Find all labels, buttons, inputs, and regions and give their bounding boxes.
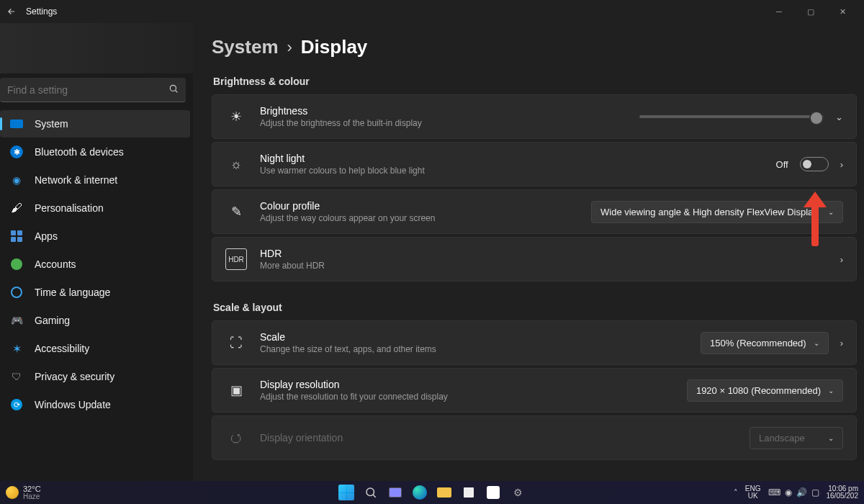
back-button[interactable]: [6, 6, 17, 17]
titlebar: Settings ─ ▢ ✕: [0, 0, 864, 23]
taskbar-search-icon[interactable]: [361, 483, 380, 502]
svg-point-0: [170, 85, 176, 91]
nightlight-state: Off: [776, 159, 788, 170]
orientation-value: Landscape: [759, 433, 805, 444]
resolution-value: 1920 × 1080 (Recommended): [696, 385, 821, 396]
keyboard-icon[interactable]: ⌨: [768, 487, 780, 498]
nav-gaming[interactable]: 🎮 Gaming: [0, 307, 190, 334]
nav-accessibility[interactable]: ✶ Accessibility: [0, 335, 190, 362]
nightlight-toggle[interactable]: [800, 157, 829, 171]
nav-label: Accessibility: [35, 343, 89, 354]
colourprofile-card[interactable]: ✎ Colour profile Adjust the way colours …: [212, 189, 857, 234]
start-button[interactable]: [337, 483, 356, 502]
nightlight-sub: Use warmer colours to help block blue li…: [260, 166, 425, 176]
brightness-title: Brightness: [260, 105, 422, 117]
scale-card[interactable]: ⛶ Scale Change the size of text, apps, a…: [212, 320, 857, 365]
main-content: System › Display Brightness & colour ☀ B…: [193, 23, 864, 481]
edge-icon[interactable]: [410, 483, 429, 502]
hdr-title: HDR: [260, 248, 325, 259]
nightlight-card[interactable]: ☼ Night light Use warmer colours to help…: [212, 142, 857, 186]
nav-label: System: [35, 118, 68, 130]
chevron-down-icon: ⌄: [828, 434, 834, 442]
nav-label: Bluetooth & devices: [35, 146, 124, 158]
scale-dropdown[interactable]: 150% (Recommended) ⌄: [701, 332, 829, 354]
brush-icon: 🖌: [9, 200, 24, 216]
maximize-button[interactable]: ▢: [795, 0, 827, 23]
person-icon: [9, 256, 24, 272]
chevron-down-icon: ⌄: [828, 387, 834, 395]
tray-chevron-icon[interactable]: ˄: [734, 488, 738, 498]
nav-personalisation[interactable]: 🖌 Personalisation: [0, 194, 190, 222]
resolution-title: Display resolution: [260, 379, 448, 390]
gamepad-icon: 🎮: [9, 312, 24, 328]
search-input[interactable]: [0, 84, 161, 96]
chevron-right-icon[interactable]: ›: [840, 159, 843, 170]
nav-privacy[interactable]: 🛡 Privacy & security: [0, 363, 190, 390]
resolution-sub: Adjust the resolution to fit your connec…: [260, 392, 448, 402]
section-scale-layout: Scale & layout: [213, 302, 857, 313]
colourprofile-title: Colour profile: [260, 200, 435, 212]
search-box[interactable]: [0, 78, 186, 102]
brightness-sub: Adjust the brightness of the built-in di…: [260, 118, 422, 128]
chevron-right-icon[interactable]: ›: [840, 338, 843, 348]
nav-label: Network & internet: [35, 174, 117, 186]
account-block[interactable]: [0, 23, 193, 73]
scale-value: 150% (Recommended): [710, 338, 806, 348]
clock[interactable]: 10:06 pm 16/05/202: [827, 485, 859, 500]
orientation-icon: ⭯: [225, 427, 247, 449]
colourprofile-value: Wide viewing angle & High density FlexVi…: [600, 207, 818, 217]
apps-icon: [9, 228, 24, 244]
nav-apps[interactable]: Apps: [0, 222, 190, 250]
taskbar[interactable]: 32°C Haze ⚙ ˄ ENG UK ⌨ ◉ 🔊 ▢ 10:06 pm 16…: [0, 481, 864, 504]
nav-accounts[interactable]: Accounts: [0, 251, 190, 278]
nav-label: Apps: [35, 230, 58, 242]
chevron-down-icon: ⌄: [828, 208, 834, 216]
language-indicator[interactable]: ENG UK: [745, 485, 761, 500]
clock-icon: [9, 284, 24, 300]
chevron-right-icon: ›: [287, 38, 292, 57]
nav-windows-update[interactable]: ⟳ Windows Update: [0, 391, 190, 418]
close-button[interactable]: ✕: [827, 0, 858, 23]
sun-icon: ☀: [225, 106, 247, 127]
brightness-slider[interactable]: [639, 115, 824, 118]
search-icon[interactable]: [161, 84, 186, 96]
orientation-dropdown[interactable]: Landscape ⌄: [750, 427, 843, 449]
chevron-down-icon[interactable]: ⌄: [835, 112, 843, 122]
hdr-icon: HDR: [225, 248, 247, 270]
nav-label: Time & language: [35, 287, 110, 298]
weather-temp: 32°C: [23, 485, 41, 493]
resolution-card[interactable]: ▣ Display resolution Adjust the resoluti…: [212, 368, 857, 413]
nav-label: Gaming: [35, 315, 70, 326]
taskbar-weather[interactable]: 32°C Haze: [6, 485, 41, 500]
wifi-tray-icon[interactable]: ◉: [785, 487, 792, 498]
nav-system[interactable]: System: [0, 110, 190, 138]
nav-time-language[interactable]: Time & language: [0, 279, 190, 306]
calendar-icon[interactable]: [484, 483, 503, 502]
orientation-card[interactable]: ⭯ Display orientation Landscape ⌄: [212, 415, 857, 460]
store-icon[interactable]: [459, 483, 478, 502]
task-view-icon[interactable]: [386, 483, 405, 502]
battery-icon[interactable]: ▢: [811, 487, 819, 498]
resolution-dropdown[interactable]: 1920 × 1080 (Recommended) ⌄: [687, 379, 843, 402]
pen-icon: ✎: [225, 201, 247, 222]
settings-icon[interactable]: ⚙: [508, 483, 527, 502]
nav-list: System ✱ Bluetooth & devices ◉ Network &…: [0, 109, 193, 481]
hdr-card[interactable]: HDR HDR More about HDR ›: [212, 237, 857, 282]
update-icon: ⟳: [9, 397, 24, 413]
weather-icon: [6, 486, 19, 499]
nightlight-title: Night light: [260, 153, 425, 164]
nav-label: Privacy & security: [35, 371, 114, 382]
nav-label: Accounts: [35, 258, 76, 270]
brightness-card[interactable]: ☀ Brightness Adjust the brightness of th…: [212, 94, 857, 139]
sidebar: System ✱ Bluetooth & devices ◉ Network &…: [0, 23, 193, 481]
nav-bluetooth[interactable]: ✱ Bluetooth & devices: [0, 138, 190, 166]
volume-icon[interactable]: 🔊: [796, 487, 807, 498]
scale-sub: Change the size of text, apps, and other…: [260, 344, 436, 354]
minimize-button[interactable]: ─: [763, 0, 795, 23]
breadcrumb-parent[interactable]: System: [212, 36, 279, 58]
file-explorer-icon[interactable]: [435, 483, 454, 502]
chevron-right-icon[interactable]: ›: [840, 254, 843, 265]
nav-network[interactable]: ◉ Network & internet: [0, 166, 190, 194]
chevron-down-icon: ⌄: [814, 339, 819, 347]
colourprofile-dropdown[interactable]: Wide viewing angle & High density FlexVi…: [591, 201, 843, 223]
